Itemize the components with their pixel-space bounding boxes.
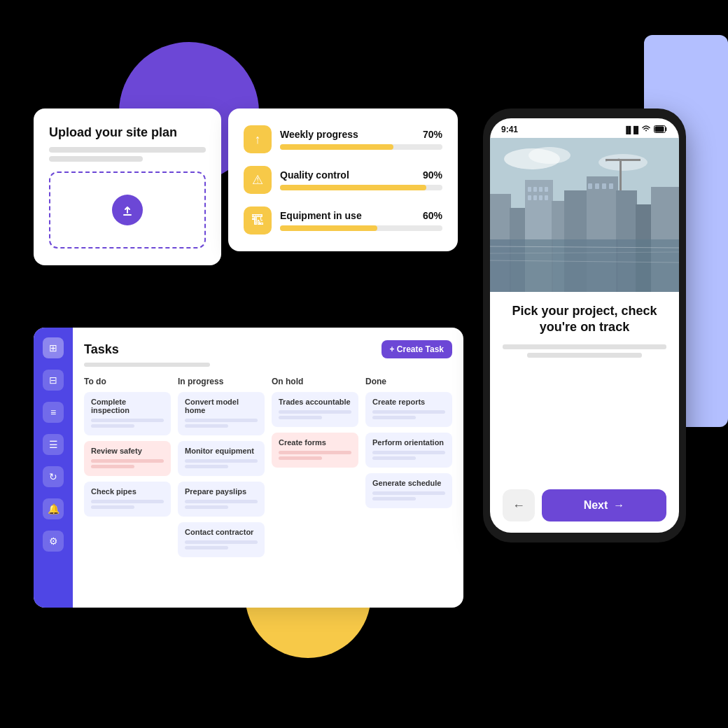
phone-content: Pick your project, check you're on track… [490, 292, 679, 533]
task-card[interactable]: Contact contractor [178, 522, 265, 557]
progress-info: Weekly progress 70% [280, 129, 442, 150]
svg-rect-30 [609, 183, 613, 189]
upload-dropzone[interactable] [49, 172, 206, 248]
phone-text-line1 [503, 344, 666, 349]
task-card-line [185, 500, 258, 503]
svg-point-5 [528, 147, 570, 164]
kanban-col-title: In progress [178, 377, 265, 386]
progress-label-row: Weekly progress 70% [280, 129, 442, 140]
progress-card: ↑ Weekly progress 70% ⚠ Quality control … [228, 108, 458, 251]
task-card-text: Monitor equipment [185, 447, 258, 455]
progress-info: Equipment in use 60% [280, 210, 442, 231]
tasks-sidebar: ⊞ ⊟ ≡ ☰ ↻ 🔔 ⚙ [34, 328, 73, 608]
task-card-line-short [185, 465, 228, 468]
progress-info: Quality control 90% [280, 169, 442, 190]
phone-buttons: ← Next → [503, 482, 666, 522]
phone-wrapper: 9:41 ▐▌█ [483, 108, 686, 542]
svg-rect-20 [533, 187, 537, 192]
tasks-title: Tasks [84, 342, 119, 357]
task-card[interactable]: Check pipes [84, 482, 171, 517]
progress-bar-bg [280, 225, 442, 231]
task-card[interactable]: Monitor equipment [178, 441, 265, 476]
svg-rect-2 [655, 126, 664, 132]
progress-label: Equipment in use [280, 210, 362, 221]
tasks-card: ⊞ ⊟ ≡ ☰ ↻ 🔔 ⚙ Tasks + Create Task To do … [34, 328, 463, 608]
task-card-text: Review safety [91, 447, 164, 455]
svg-rect-26 [545, 195, 548, 200]
task-card[interactable]: Review safety [84, 441, 171, 476]
progress-item: ↑ Weekly progress 70% [244, 125, 442, 153]
next-label: Next [584, 499, 608, 512]
task-card-line [185, 419, 258, 422]
task-card-text: Prepare payslips [185, 487, 258, 496]
progress-bar-fill [280, 144, 393, 150]
sidebar-grid-icon[interactable]: ⊟ [43, 370, 64, 391]
sidebar-home-icon[interactable]: ⊞ [43, 337, 64, 358]
task-card-text: Contact contractor [185, 528, 258, 536]
task-card-line-short [185, 546, 228, 550]
task-card-line-short [372, 416, 416, 419]
phone-time: 9:41 [501, 125, 518, 134]
progress-label: Quality control [280, 169, 349, 181]
task-card[interactable]: Generate schedule [365, 473, 452, 508]
upload-subtitle-line1 [49, 147, 206, 153]
phone-back-button[interactable]: ← [503, 489, 535, 522]
task-card-line [91, 459, 164, 463]
svg-rect-28 [595, 183, 599, 189]
task-card-text: Create reports [372, 398, 445, 406]
task-card-line-short [185, 424, 228, 428]
task-card-line [372, 491, 445, 495]
svg-rect-24 [533, 195, 537, 200]
task-card-line [91, 500, 164, 503]
upload-title: Upload your site plan [49, 125, 206, 140]
tasks-header: Tasks + Create Task [84, 340, 452, 358]
phone-status-bar: 9:41 ▐▌█ [490, 118, 679, 138]
svg-rect-21 [539, 187, 542, 192]
progress-icon-box: 🏗 [244, 206, 272, 234]
sidebar-settings-icon[interactable]: ⚙ [43, 531, 64, 552]
progress-label: Weekly progress [280, 129, 358, 140]
upload-subtitle-line2 [49, 156, 143, 162]
phone-text-line2 [527, 353, 642, 358]
sidebar-calendar-icon[interactable]: ☰ [43, 434, 64, 455]
upload-icon [120, 203, 134, 217]
tasks-subtitle-line [84, 363, 210, 367]
task-card[interactable]: Prepare payslips [178, 482, 265, 517]
task-card-line-short [372, 456, 416, 460]
sidebar-doc-icon[interactable]: ≡ [43, 402, 64, 423]
task-card[interactable]: Complete inspection [84, 392, 171, 435]
progress-pct: 70% [423, 129, 442, 140]
task-card-text: Generate schedule [372, 479, 445, 487]
kanban-col-title: Done [365, 377, 452, 386]
kanban-col: In progress Convert model home Monitor e… [178, 377, 265, 563]
signal-icon: ▐▌█ [624, 126, 638, 134]
phone-city-image [490, 138, 679, 292]
upload-card: Upload your site plan [34, 108, 221, 265]
kanban-col: Done Create reports Perform orientation … [365, 377, 452, 563]
status-icons: ▐▌█ [624, 124, 668, 135]
task-card[interactable]: Convert model home [178, 392, 265, 435]
tasks-content: Tasks + Create Task To do Complete inspe… [73, 328, 463, 608]
progress-bar-bg [280, 185, 442, 190]
progress-bar-bg [280, 144, 442, 150]
task-card-line-short [279, 416, 322, 419]
svg-point-0 [645, 130, 647, 132]
task-card[interactable]: Create reports [365, 392, 452, 427]
task-card[interactable]: Trades accountable [272, 392, 358, 427]
progress-label-row: Quality control 90% [280, 169, 442, 181]
task-card-line [185, 540, 258, 544]
task-card-line [279, 451, 351, 454]
svg-rect-27 [588, 183, 592, 189]
kanban-board: To do Complete inspection Review safety … [84, 377, 452, 563]
create-task-button[interactable]: + Create Task [382, 340, 453, 358]
task-card[interactable]: Create forms [272, 433, 358, 468]
sidebar-bell-icon[interactable]: 🔔 [43, 498, 64, 519]
sidebar-refresh-icon[interactable]: ↻ [43, 466, 64, 487]
wifi-icon [641, 124, 651, 135]
task-card-line-short [185, 505, 228, 509]
task-card-line [185, 459, 258, 463]
task-card[interactable]: Perform orientation [365, 433, 452, 468]
battery-icon [654, 125, 668, 134]
phone-next-button[interactable]: Next → [542, 489, 666, 522]
city-skyline-svg [490, 138, 679, 292]
